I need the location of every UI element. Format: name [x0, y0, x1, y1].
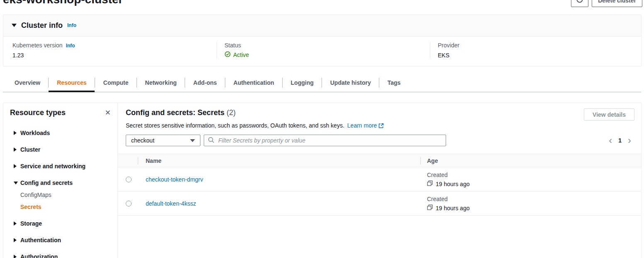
chevron-right-icon [14, 131, 17, 135]
cluster-info-panel: Cluster info Info Kubernetes version Inf… [3, 15, 642, 66]
external-link-icon [378, 123, 384, 130]
tab-label: Resources [57, 79, 87, 86]
copy-icon[interactable] [427, 180, 433, 187]
delete-cluster-button[interactable]: Delete cluster [592, 0, 642, 7]
status-field: Status Active [217, 42, 430, 59]
secret-name-link[interactable]: checkout-token-dmgrv [146, 176, 203, 183]
sidebar-item-label: Service and networking [20, 163, 85, 170]
secret-name-link[interactable]: default-token-4kssz [146, 200, 196, 207]
view-details-button[interactable]: View details [584, 108, 634, 120]
secrets-count: (2) [227, 108, 236, 117]
chevron-right-icon [14, 238, 17, 242]
learn-more-link[interactable]: Learn more [347, 122, 377, 129]
tab[interactable]: Update history [322, 74, 379, 92]
chevron-right-icon[interactable]: › [628, 136, 631, 145]
tab[interactable]: Add-ons [185, 74, 225, 92]
sidebar-item[interactable]: Cluster [14, 146, 111, 153]
search-icon [208, 137, 215, 145]
age-value: 19 hours ago [436, 205, 470, 211]
tab[interactable]: Networking [137, 74, 185, 92]
cluster-info-header[interactable]: Cluster info Info [3, 15, 641, 37]
sidebar-item[interactable]: Service and networking [14, 163, 111, 170]
expander-icon [14, 147, 20, 152]
chevron-right-icon [14, 147, 17, 152]
sidebar-item[interactable]: ConfigMaps [14, 192, 111, 198]
sidebar-item-label: Cluster [20, 146, 40, 153]
provider-value: EKS [438, 52, 641, 59]
copy-icon[interactable] [427, 204, 433, 211]
dropdown-caret-icon [190, 139, 195, 142]
tab-label: Authentication [234, 79, 274, 86]
page-number[interactable]: 1 [618, 137, 622, 144]
table-row: default-token-4kssz Created [118, 192, 641, 216]
sidebar-item[interactable]: Config and secrets [14, 179, 111, 186]
sidebar-item[interactable]: Secrets [14, 204, 111, 210]
cluster-info-title: Cluster info [21, 21, 63, 29]
filter-dropdown-value: checkout [131, 137, 154, 144]
tab[interactable]: Resources [49, 74, 95, 92]
expander-icon [14, 238, 20, 242]
expander-icon [14, 182, 20, 184]
close-icon[interactable]: ✕ [105, 109, 111, 116]
kubernetes-version-value: 1.23 [12, 52, 217, 59]
status-check-icon [224, 51, 231, 59]
sidebar-item-label: ConfigMaps [20, 192, 51, 198]
secrets-heading: Config and secrets: Secrets (2) [126, 108, 384, 117]
secrets-main: Config and secrets: Secrets (2) Secret s… [118, 103, 641, 258]
expander-icon [14, 164, 20, 168]
sidebar-item-label: Secrets [20, 204, 41, 210]
sidebar-item-label: Config and secrets [20, 179, 73, 186]
secrets-description: Secret stores sensitive information, suc… [126, 122, 384, 130]
tab-label: Overview [15, 79, 40, 86]
search-box [204, 135, 446, 146]
header-actions: Delete cluster [571, 0, 642, 7]
cluster-info-info-link[interactable]: Info [67, 22, 76, 28]
tab-bar: Overview Resources Compute Networking Ad… [3, 74, 641, 92]
collapse-caret-icon[interactable] [12, 24, 17, 27]
table-body: checkout-token-dmgrv Created [118, 167, 641, 216]
sidebar-item[interactable]: Workloads [14, 130, 111, 136]
tab-label: Networking [145, 79, 177, 86]
search-input[interactable] [217, 137, 442, 144]
status-badge: Active [233, 52, 249, 58]
cluster-info-body: Kubernetes version Info 1.23 Status Acti… [3, 37, 641, 66]
provider-field: Provider EKS [430, 42, 641, 59]
expander-icon [14, 221, 20, 226]
chevron-right-icon [14, 255, 17, 258]
chevron-right-icon [14, 164, 17, 168]
tab-label: Add-ons [193, 79, 217, 86]
page-title: eks-workshop-cluster [3, 0, 123, 5]
column-header-name[interactable]: Name [138, 157, 420, 164]
table-row: checkout-token-dmgrv Created [118, 167, 641, 192]
kubernetes-version-info-link[interactable]: Info [66, 43, 75, 49]
sidebar-item-label: Authentication [20, 237, 61, 243]
refresh-button[interactable] [571, 0, 588, 7]
sidebar-item-label: Authorization [20, 253, 58, 258]
tab-label: Compute [103, 79, 129, 86]
filter-dropdown[interactable]: checkout [126, 135, 200, 146]
tab-label: Logging [291, 79, 314, 86]
secrets-table: Name Age checkout-token-dmgrv Created [118, 154, 641, 216]
provider-label: Provider [438, 42, 459, 49]
sidebar-item-label: Workloads [20, 130, 50, 136]
age-cell: Created 19 hours ago [420, 192, 641, 215]
tab[interactable]: Overview [6, 74, 49, 92]
resource-types-title: Resource types [10, 108, 66, 117]
tab[interactable]: Logging [283, 74, 322, 92]
tab[interactable]: Compute [95, 74, 137, 92]
row-radio-button[interactable] [126, 201, 132, 206]
refresh-icon [576, 0, 583, 5]
tab-label: Tags [388, 79, 401, 86]
column-header-age[interactable]: Age [420, 157, 641, 164]
sidebar-item[interactable]: Authorization [14, 253, 111, 258]
chevron-left-icon[interactable]: ‹ [609, 136, 612, 145]
sidebar-item[interactable]: Authentication [14, 237, 111, 243]
sidebar-item[interactable]: Storage [14, 220, 111, 227]
age-value: 19 hours ago [436, 181, 470, 187]
tab[interactable]: Authentication [225, 74, 283, 92]
tab[interactable]: Tags [379, 74, 409, 92]
page-header: eks-workshop-cluster Delete cluster [0, 0, 644, 7]
row-radio-button[interactable] [126, 177, 132, 182]
kubernetes-version-field: Kubernetes version Info 1.23 [3, 42, 217, 59]
sidebar-item-label: Storage [20, 220, 42, 227]
